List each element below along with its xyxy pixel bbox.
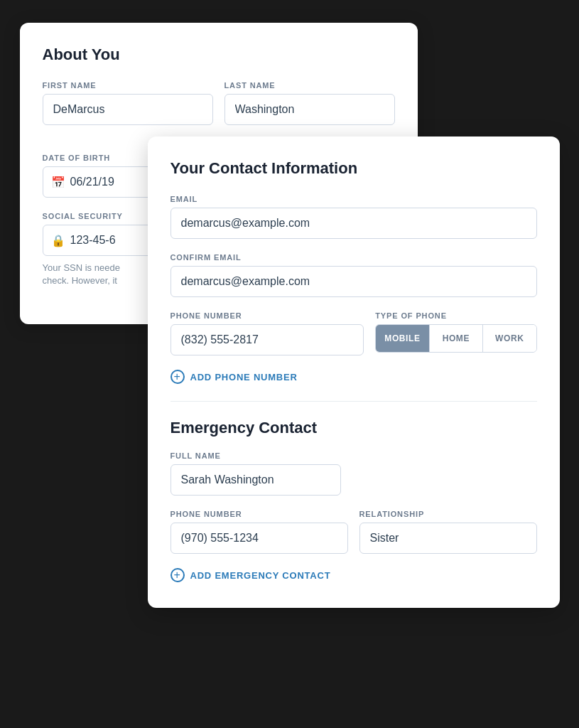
- email-input[interactable]: [171, 208, 537, 239]
- about-you-title: About You: [43, 46, 395, 64]
- add-phone-link[interactable]: + ADD PHONE NUMBER: [171, 370, 537, 384]
- home-type-btn[interactable]: HOME: [429, 325, 482, 352]
- calendar-icon: 📅: [51, 176, 65, 189]
- emergency-contact-section: Emergency Contact FULL NAME PHONE NUMBER…: [171, 419, 537, 582]
- last-name-label: LAST NAME: [224, 81, 395, 90]
- emergency-full-name-label: FULL NAME: [171, 451, 537, 460]
- first-name-label: FIRST NAME: [43, 81, 213, 90]
- contact-info-title: Your Contact Information: [171, 159, 537, 178]
- confirm-email-label: CONFIRM EMAIL: [171, 253, 537, 262]
- emergency-contact-title: Emergency Contact: [171, 419, 537, 437]
- add-emergency-icon: +: [171, 568, 185, 582]
- phone-type-label: TYPE OF PHONE: [375, 311, 536, 320]
- section-divider: [171, 401, 537, 402]
- emergency-phone-label: PHONE NUMBER: [171, 510, 348, 518]
- email-label: EMAIL: [171, 195, 537, 203]
- mobile-type-btn[interactable]: MOBILE: [376, 325, 428, 352]
- add-phone-label: ADD PHONE NUMBER: [190, 372, 298, 382]
- emergency-full-name-input[interactable]: [171, 464, 341, 496]
- confirm-email-input[interactable]: [171, 266, 537, 297]
- lock-icon: 🔒: [51, 234, 65, 247]
- add-phone-icon: +: [171, 370, 185, 384]
- contact-card: Your Contact Information EMAIL CONFIRM E…: [148, 136, 560, 608]
- work-type-btn[interactable]: WORK: [482, 325, 536, 352]
- relationship-input[interactable]: [359, 523, 537, 554]
- first-name-input[interactable]: [43, 94, 213, 125]
- last-name-input[interactable]: [224, 94, 395, 125]
- emergency-phone-input[interactable]: [171, 523, 348, 554]
- add-emergency-link[interactable]: + ADD EMERGENCY CONTACT: [171, 568, 537, 582]
- phone-input[interactable]: [171, 324, 364, 355]
- relationship-label: RELATIONSHIP: [359, 510, 537, 518]
- add-emergency-label: ADD EMERGENCY CONTACT: [190, 570, 331, 581]
- phone-label: PHONE NUMBER: [171, 311, 364, 320]
- phone-type-group: MOBILE HOME WORK: [375, 324, 536, 353]
